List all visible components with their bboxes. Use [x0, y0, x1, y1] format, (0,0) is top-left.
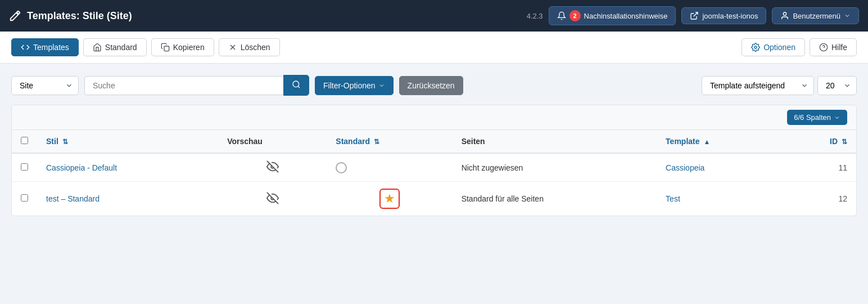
- sort-select[interactable]: Template aufsteigend: [702, 76, 814, 95]
- search-wrapper: [84, 75, 309, 96]
- col-id[interactable]: ID ⇅: [784, 130, 856, 153]
- search-icon: [292, 80, 301, 89]
- row2-stil-cell: test – Standard: [37, 182, 218, 216]
- row2-seiten: Standard für alle Seiten: [462, 194, 544, 203]
- svg-rect-2: [164, 46, 169, 51]
- user-icon: [780, 11, 789, 20]
- site-filter[interactable]: Site: [11, 76, 79, 95]
- chevron-down-icon: [834, 114, 840, 121]
- row2-stil-link[interactable]: test – Standard: [46, 194, 100, 203]
- row1-id-cell: 11: [784, 153, 856, 182]
- user-menu-button[interactable]: Benutzermenü: [772, 7, 859, 24]
- select-all-checkbox[interactable]: [21, 137, 28, 144]
- site-label: joomla-test-ionos: [702, 12, 758, 20]
- toolbar: Templates Standard Kopieren Löschen Opti…: [0, 32, 868, 64]
- optionen-label: Optionen: [763, 43, 795, 52]
- col-seiten: Seiten: [453, 130, 657, 153]
- col-stil[interactable]: Stil ⇅: [37, 130, 218, 153]
- home-icon: [93, 43, 102, 52]
- col-standard[interactable]: Standard ⇅: [327, 130, 452, 153]
- templates-button[interactable]: Templates: [11, 38, 79, 56]
- reset-label: Zurücksetzen: [408, 81, 455, 90]
- row2-standard-cell: ★: [327, 182, 452, 216]
- header: Templates: Stile (Site) 4.2.3 2 Nachinst…: [0, 0, 868, 32]
- table-header: Stil ⇅ Vorschau Standard ⇅ Seiten Templa: [12, 130, 856, 153]
- code-icon: [21, 43, 30, 52]
- row1-template-cell: Cassiopeia: [657, 153, 784, 182]
- gear-icon: [751, 43, 760, 52]
- table-row: Cassiopeia - Default Nicht zugewiesen Ca…: [12, 153, 856, 182]
- svg-line-0: [694, 12, 698, 16]
- row1-seiten-cell: Nicht zugewiesen: [453, 153, 657, 182]
- kopieren-button[interactable]: Kopieren: [151, 38, 214, 56]
- notifications-button[interactable]: 2 Nachinstallationshinweise: [549, 6, 676, 25]
- sort-select-wrapper: Template aufsteigend: [702, 76, 814, 95]
- templates-table: Stil ⇅ Vorschau Standard ⇅ Seiten Templa: [12, 130, 856, 216]
- row1-seiten: Nicht zugewiesen: [462, 163, 523, 172]
- row1-template-link[interactable]: Cassiopeia: [666, 163, 704, 172]
- filter-options-button[interactable]: Filter-Optionen: [315, 76, 394, 95]
- search-input[interactable]: [84, 76, 283, 95]
- row2-template-link[interactable]: Test: [666, 194, 680, 203]
- columns-label: 6/6 Spalten: [794, 113, 831, 122]
- row1-stil-cell: Cassiopeia - Default: [37, 153, 218, 182]
- row2-template-cell: Test: [657, 182, 784, 216]
- row2-checkbox[interactable]: [21, 194, 28, 202]
- col-template[interactable]: Template ▲: [657, 130, 784, 153]
- row2-id: 12: [838, 194, 847, 203]
- row2-star-icon[interactable]: ★: [379, 189, 400, 209]
- table-wrapper: 6/6 Spalten Stil ⇅ Vorschau: [11, 105, 857, 216]
- sort-icon-id: ⇅: [842, 138, 847, 146]
- copy-icon: [161, 43, 170, 52]
- kopieren-label: Kopieren: [173, 43, 205, 52]
- header-right-controls: 4.2.3 2 Nachinstallationshinweise joomla…: [527, 6, 859, 25]
- optionen-button[interactable]: Optionen: [742, 38, 805, 56]
- filter-bar: Site Filter-Optionen Zurücksetzen Templa…: [11, 75, 857, 96]
- notifications-label: Nachinstallationshinweise: [584, 12, 668, 20]
- count-select-wrapper: 20: [817, 76, 857, 95]
- header-title-group: Templates: Stile (Site): [9, 10, 132, 22]
- reset-button[interactable]: Zurücksetzen: [399, 76, 463, 95]
- toolbar-left: Templates Standard Kopieren Löschen: [11, 38, 280, 56]
- templates-label: Templates: [33, 43, 69, 52]
- row1-id: 11: [838, 163, 847, 172]
- sort-icon-standard: ⇅: [374, 138, 379, 146]
- svg-line-9: [298, 86, 300, 88]
- row2-preview-cell: [218, 182, 327, 216]
- eye-off-icon: [266, 192, 279, 204]
- page-title: Templates: Stile (Site): [27, 10, 132, 22]
- count-select[interactable]: 20: [817, 76, 857, 95]
- filter-options-label: Filter-Optionen: [323, 81, 376, 90]
- sort-icon-stil: ⇅: [62, 138, 68, 146]
- external-link-icon: [690, 11, 699, 20]
- row2-checkbox-cell: [12, 182, 37, 216]
- chevron-down-icon: [378, 82, 385, 89]
- row1-checkbox[interactable]: [21, 163, 28, 171]
- site-link-button[interactable]: joomla-test-ionos: [681, 7, 766, 24]
- main-content: Site Filter-Optionen Zurücksetzen Templa…: [0, 64, 868, 227]
- columns-button[interactable]: 6/6 Spalten: [787, 110, 847, 125]
- help-icon: [819, 43, 828, 52]
- row2-id-cell: 12: [784, 182, 856, 216]
- svg-point-5: [754, 46, 757, 48]
- standard-button[interactable]: Standard: [83, 38, 147, 56]
- site-filter-wrapper: Site: [11, 76, 79, 95]
- row2-seiten-cell: Standard für alle Seiten: [453, 182, 657, 216]
- user-menu-label: Benutzermenü: [793, 12, 840, 20]
- columns-row: 6/6 Spalten: [12, 105, 856, 130]
- row1-radio-button[interactable]: [336, 162, 347, 173]
- svg-point-8: [293, 81, 299, 87]
- row1-stil-link[interactable]: Cassiopeia - Default: [46, 163, 117, 172]
- table-row: test – Standard ★ Standard für alle Seit…: [12, 182, 856, 216]
- hilfe-button[interactable]: Hilfe: [810, 38, 857, 56]
- sort-icon-template: ▲: [703, 138, 710, 146]
- chevron-down-icon: [844, 12, 851, 19]
- row1-preview-cell: [218, 153, 327, 182]
- eye-off-icon: [266, 160, 279, 173]
- standard-label: Standard: [105, 43, 137, 52]
- search-button[interactable]: [283, 75, 309, 96]
- loeschen-button[interactable]: Löschen: [219, 38, 280, 56]
- brush-icon: [9, 10, 21, 22]
- x-icon: [228, 43, 237, 52]
- svg-point-1: [784, 12, 786, 15]
